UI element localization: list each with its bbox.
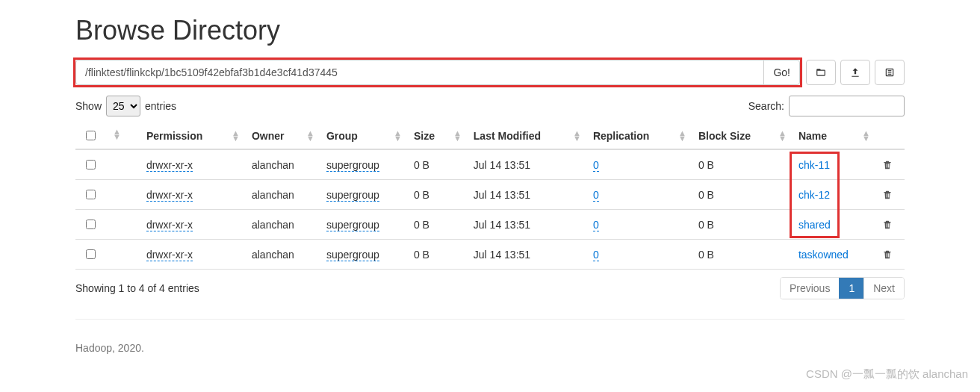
permission-value[interactable]: drwxr-xr-x: [146, 249, 193, 261]
sort-icon: ▲▼: [573, 131, 581, 141]
last-modified-value: Jul 14 13:51: [474, 249, 530, 261]
header-replication[interactable]: Replication ▲▼: [586, 122, 691, 149]
header-group[interactable]: Group ▲▼: [319, 122, 406, 149]
last-modified-value: Jul 14 13:51: [474, 159, 530, 171]
sort-icon: ▲▼: [862, 131, 870, 141]
permission-value[interactable]: drwxr-xr-x: [146, 219, 193, 231]
row-checkbox[interactable]: [86, 190, 96, 199]
block-size-value: 0 B: [698, 159, 714, 171]
select-all-checkbox[interactable]: [86, 131, 96, 140]
new-folder-icon: [884, 67, 895, 78]
pagination-next[interactable]: Next: [863, 278, 904, 299]
header-permission[interactable]: Permission ▲▼: [139, 122, 244, 149]
table-row: drwxr-xr-xalanchansupergroup0 BJul 14 13…: [75, 180, 905, 210]
page-title: Browse Directory: [75, 15, 905, 46]
last-modified-value: Jul 14 13:51: [474, 219, 530, 231]
trash-icon[interactable]: [882, 160, 897, 170]
sort-icon: ▲▼: [232, 131, 240, 141]
create-dir-button[interactable]: [875, 60, 905, 85]
sort-icon: ▲▼: [113, 129, 121, 140]
table-row: drwxr-xr-xalanchansupergroup0 BJul 14 13…: [75, 210, 905, 240]
pagination-page-1[interactable]: 1: [839, 278, 863, 299]
header-checkbox: [75, 122, 105, 149]
show-label-prefix: Show: [75, 100, 102, 112]
permission-value[interactable]: drwxr-xr-x: [146, 159, 193, 172]
owner-value: alanchan: [252, 219, 294, 231]
table-footer: Showing 1 to 4 of 4 entries Previous 1 N…: [75, 270, 905, 314]
owner-value: alanchan: [252, 189, 294, 201]
group-value[interactable]: supergroup: [326, 219, 379, 231]
size-value: 0 B: [414, 219, 429, 231]
trash-icon[interactable]: [882, 249, 897, 260]
trash-icon[interactable]: [882, 190, 897, 200]
replication-value[interactable]: 0: [593, 219, 599, 231]
table-row: drwxr-xr-xalanchansupergroup0 BJul 14 13…: [75, 240, 905, 270]
block-size-value: 0 B: [698, 249, 714, 261]
toolbar-buttons: [806, 60, 905, 85]
row-checkbox[interactable]: [86, 220, 96, 229]
name-link[interactable]: taskowned: [798, 249, 849, 261]
search-input[interactable]: [789, 96, 905, 116]
sort-icon: ▲▼: [453, 131, 462, 141]
size-value: 0 B: [414, 249, 429, 261]
parent-dir-button[interactable]: [806, 60, 836, 85]
go-button[interactable]: Go!: [763, 60, 800, 85]
last-modified-value: Jul 14 13:51: [474, 189, 530, 201]
replication-value[interactable]: 0: [593, 249, 599, 261]
show-entries: Show 25 entries: [75, 96, 176, 116]
summary-text: Showing 1 to 4 of 4 entries: [75, 282, 199, 294]
replication-value[interactable]: 0: [593, 189, 599, 202]
sort-icon: ▲▼: [778, 131, 787, 141]
owner-value: alanchan: [252, 249, 294, 261]
replication-value[interactable]: 0: [593, 159, 599, 172]
group-value[interactable]: supergroup: [326, 159, 379, 172]
size-value: 0 B: [414, 189, 429, 201]
pagination: Previous 1 Next: [780, 277, 905, 299]
header-block-size[interactable]: Block Size ▲▼: [691, 122, 791, 149]
sort-icon: ▲▼: [394, 131, 402, 141]
permission-value[interactable]: drwxr-xr-x: [146, 189, 193, 202]
size-value: 0 B: [414, 159, 429, 171]
group-value[interactable]: supergroup: [326, 189, 379, 202]
file-table: ▲▼ Permission ▲▼ Owner ▲▼ Group ▲▼: [75, 122, 905, 270]
row-checkbox[interactable]: [86, 160, 96, 169]
sort-icon: ▲▼: [678, 131, 686, 141]
trash-icon[interactable]: [882, 220, 897, 230]
table-row: drwxr-xr-xalanchansupergroup0 BJul 14 13…: [75, 149, 905, 180]
row-checkbox[interactable]: [86, 249, 96, 259]
pagination-previous[interactable]: Previous: [781, 278, 839, 299]
search-label: Search:: [748, 100, 784, 112]
folder-open-icon: [816, 67, 826, 78]
header-owner[interactable]: Owner ▲▼: [244, 122, 319, 149]
header-sort-primary[interactable]: ▲▼: [105, 122, 139, 149]
group-value[interactable]: supergroup: [326, 249, 379, 261]
owner-value: alanchan: [252, 159, 294, 171]
block-size-value: 0 B: [698, 219, 714, 231]
show-label-suffix: entries: [145, 100, 176, 112]
search-box: Search:: [748, 96, 905, 116]
header-size[interactable]: Size ▲▼: [406, 122, 466, 149]
upload-icon: [850, 67, 860, 78]
path-input[interactable]: [75, 60, 764, 85]
header-actions: [875, 122, 905, 149]
page-size-select[interactable]: 25: [106, 96, 140, 116]
block-size-value: 0 B: [698, 189, 714, 201]
header-name[interactable]: Name ▲▼: [791, 122, 875, 149]
header-last-modified[interactable]: Last Modified ▲▼: [466, 122, 586, 149]
name-link[interactable]: chk-11: [798, 159, 830, 171]
sort-icon: ▲▼: [306, 131, 314, 141]
name-link[interactable]: shared: [798, 219, 831, 231]
table-header-row: ▲▼ Permission ▲▼ Owner ▲▼ Group ▲▼: [75, 122, 905, 149]
name-link[interactable]: chk-12: [798, 189, 830, 201]
path-input-group: Go!: [75, 60, 800, 85]
upload-button[interactable]: [840, 60, 870, 85]
hadoop-footer: Hadoop, 2020.: [75, 319, 905, 376]
table-controls: Show 25 entries Search:: [75, 96, 905, 116]
path-toolbar: Go!: [75, 60, 905, 85]
